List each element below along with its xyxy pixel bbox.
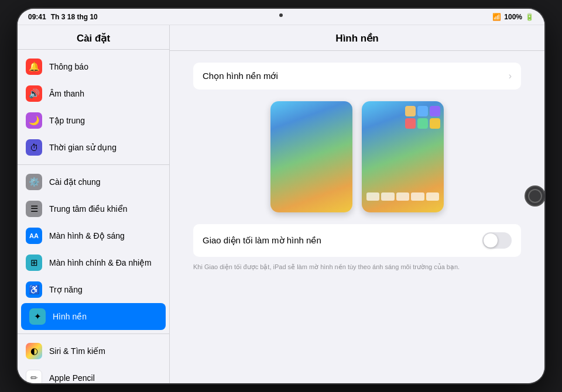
apple-pencil-label: Apple Pencil (49, 373, 95, 383)
time: 09:41 (28, 13, 46, 21)
status-right: 📶 100% 🔋 (492, 13, 534, 21)
battery-icon: 🔋 (525, 13, 534, 21)
sidebar-item-thoi-gian[interactable]: ⏱ Thời gian sử dụng (18, 134, 169, 161)
wallpaper-preview (193, 101, 521, 212)
wifi-icon: 📶 (492, 13, 501, 21)
sidebar-item-siri[interactable]: ◐ Siri & Tìm kiếm (18, 338, 169, 365)
sidebar-item-tap-trung[interactable]: 🌙 Tập trung (18, 107, 169, 134)
tro-nang-icon: ♿ (26, 281, 42, 298)
tap-trung-icon: 🌙 (26, 112, 42, 129)
dock-3 (396, 192, 409, 201)
siri-label: Siri & Tìm kiếm (49, 346, 105, 356)
am-thanh-icon: 🔊 (26, 85, 42, 102)
widget-5 (417, 118, 428, 129)
home-screen-preview (362, 101, 444, 212)
widget-1 (405, 106, 416, 116)
choose-wallpaper-row[interactable]: Chọn hình nền mới › (193, 63, 521, 90)
cai-dat-chung-label: Cài đặt chung (49, 177, 101, 187)
widget-2 (417, 106, 428, 116)
widget-6 (430, 118, 440, 129)
tro-nang-label: Trợ năng (49, 285, 83, 294)
widget-3 (430, 106, 440, 116)
sidebar-item-tro-nang[interactable]: ♿ Trợ năng (18, 276, 169, 303)
home-screen-thumb[interactable] (362, 101, 444, 212)
trung-tam-label: Trung tâm điều khiển (49, 204, 127, 214)
sidebar-item-apple-pencil[interactable]: ✏ Apple Pencil (18, 365, 169, 383)
toggle-row: Giao diện tối làm mờ hình nền (193, 224, 521, 257)
sidebar-item-thong-bao[interactable]: 🔔 Thông báo (18, 53, 169, 80)
apple-pencil-icon: ✏ (26, 370, 42, 383)
dock-2 (381, 192, 394, 201)
camera (279, 13, 283, 17)
ipad-frame: 09:41 Th 3 18 thg 10 📶 100% 🔋 Cài đặt 🔔 … (18, 9, 544, 383)
sidebar-group-2: ⚙️ Cài đặt chung ☰ Trung tâm điều khiển … (18, 165, 169, 334)
sidebar-group-1: 🔔 Thông báo 🔊 Âm thanh 🌙 Tập trung ⏱ Thờ… (18, 50, 169, 165)
cai-dat-chung-icon: ⚙️ (26, 174, 42, 190)
chevron-right-icon: › (509, 71, 512, 81)
toggle-label: Giao diện tối làm mờ hình nền (203, 235, 321, 246)
dark-mode-blur-toggle[interactable] (482, 232, 512, 249)
thoi-gian-label: Thời gian sử dụng (49, 143, 116, 152)
dock-area (366, 192, 439, 201)
widget-area (405, 106, 440, 129)
hinh-nen-icon: ✦ (29, 308, 46, 325)
thong-bao-icon: 🔔 (26, 59, 42, 75)
sidebar-item-trung-tam[interactable]: ☰ Trung tâm điều khiển (18, 195, 169, 222)
dock-1 (366, 192, 379, 201)
sidebar-item-hinh-nen[interactable]: ✦ Hình nền (21, 303, 166, 330)
sidebar-group-3: ◐ Siri & Tìm kiếm ✏ Apple Pencil ● Touch… (18, 334, 169, 383)
date: Th 3 18 thg 10 (51, 13, 98, 21)
lock-screen-thumb[interactable] (270, 101, 352, 212)
status-bar: 09:41 Th 3 18 thg 10 📶 100% 🔋 (18, 9, 544, 25)
hinh-nen-label: Hình nền (53, 312, 87, 321)
widget-4 (405, 118, 416, 129)
home-button-inner (528, 189, 542, 203)
siri-icon: ◐ (26, 343, 42, 359)
main-header: Hình nền (170, 25, 544, 51)
battery: 100% (504, 13, 522, 21)
sidebar-item-am-thanh[interactable]: 🔊 Âm thanh (18, 80, 169, 107)
dock-4 (411, 192, 424, 201)
am-thanh-label: Âm thanh (49, 89, 84, 98)
toggle-knob (484, 233, 498, 247)
lock-screen-preview (270, 101, 352, 212)
choose-wallpaper-label: Chọn hình nền mới (203, 71, 278, 81)
sidebar-item-cai-dat-chung[interactable]: ⚙️ Cài đặt chung (18, 169, 169, 195)
toggle-hint: Khi Giao diện tối được bật, iPad sẽ làm … (193, 263, 521, 271)
sidebar-item-man-hinh-chinh[interactable]: ⊞ Màn hình chính & Đa nhiệm (18, 249, 169, 276)
content-area: Cài đặt 🔔 Thông báo 🔊 Âm thanh 🌙 Tập tru… (18, 25, 544, 383)
main-body: Chọn hình nền mới › (170, 51, 544, 283)
tap-trung-label: Tập trung (49, 116, 85, 125)
dock-5 (426, 192, 439, 201)
man-hinh-do-sang-icon: AA (26, 228, 42, 244)
sidebar-item-man-hinh-do-sang[interactable]: AA Màn hình & Độ sáng (18, 222, 169, 249)
home-button[interactable] (525, 185, 544, 207)
trung-tam-icon: ☰ (26, 201, 42, 217)
thoi-gian-icon: ⏱ (26, 139, 42, 156)
sidebar-header: Cài đặt (18, 25, 169, 50)
main-content: Hình nền Chọn hình nền mới › (170, 25, 544, 383)
man-hinh-do-sang-label: Màn hình & Độ sáng (49, 231, 125, 240)
thong-bao-label: Thông báo (49, 62, 88, 71)
man-hinh-chinh-label: Màn hình chính & Đa nhiệm (49, 258, 152, 267)
man-hinh-chinh-icon: ⊞ (26, 255, 42, 271)
sidebar: Cài đặt 🔔 Thông báo 🔊 Âm thanh 🌙 Tập tru… (18, 25, 170, 383)
